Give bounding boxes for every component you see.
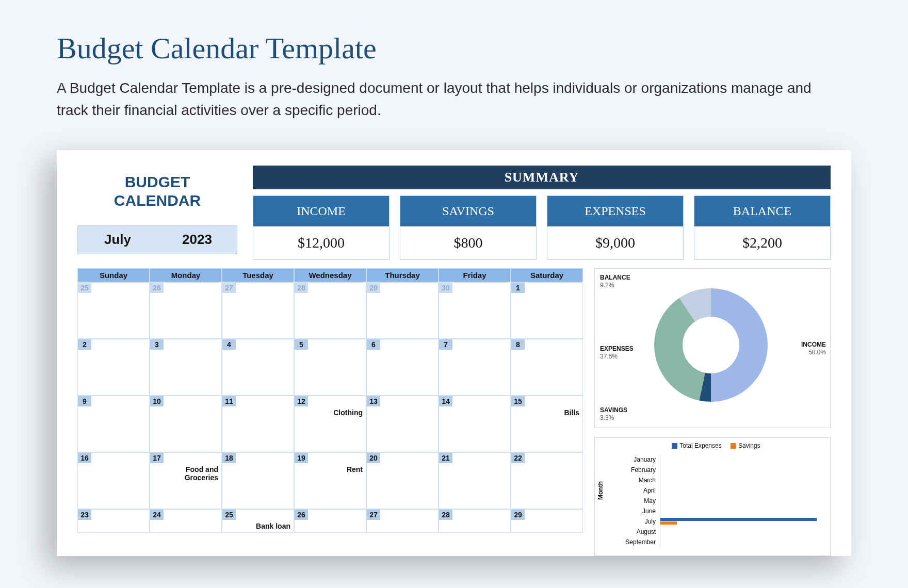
calendar-cell[interactable]: 21 <box>439 452 511 509</box>
legend-swatch-expenses <box>672 443 677 449</box>
calendar-cell[interactable]: 25Bank loan <box>222 509 294 533</box>
day-number: 28 <box>439 510 452 520</box>
calendar-cell[interactable]: 6 <box>366 339 439 396</box>
day-number: 16 <box>78 453 91 463</box>
budget-calendar-label-1: BUDGET <box>125 173 190 190</box>
calendar-cell[interactable]: 15Bills <box>511 396 583 452</box>
calendar-cell[interactable]: 28 <box>294 282 366 339</box>
calendar-cell[interactable]: 22 <box>511 452 583 509</box>
expenses-card-value: $9,000 <box>547 226 683 259</box>
bar-row: March <box>623 475 825 485</box>
savings-card: SAVINGS $800 <box>400 195 537 260</box>
bar-month-label: January <box>623 456 660 463</box>
donut-savings-label: SAVINGS <box>600 406 627 414</box>
calendar-cell[interactable]: 30 <box>439 282 511 339</box>
day-number: 27 <box>367 510 380 520</box>
calendar-cell[interactable]: 27 <box>222 282 294 339</box>
calendar-cell[interactable]: 23 <box>77 509 150 533</box>
day-number: 27 <box>222 283 236 293</box>
day-number: 11 <box>222 396 236 406</box>
expenses-card: EXPENSES $9,000 <box>547 195 684 260</box>
calendar-cell[interactable]: 11 <box>222 396 294 452</box>
donut-balance-label: BALANCE <box>600 274 630 281</box>
day-number: 4 <box>222 339 236 350</box>
day-number: 25 <box>222 510 236 520</box>
calendar-cell[interactable]: 16 <box>77 452 150 509</box>
day-number: 29 <box>511 510 525 520</box>
calendar-cell[interactable]: 27 <box>366 509 439 533</box>
day-number: 15 <box>511 396 525 406</box>
summary-cards: INCOME $12,000 SAVINGS $800 EXPENSES $9,… <box>253 195 831 260</box>
calendar-cell[interactable]: 29 <box>511 509 583 533</box>
calendar-cell[interactable]: 2 <box>77 339 150 396</box>
legend-expenses-label: Total Expenses <box>679 442 721 449</box>
bar-month-label: May <box>623 497 660 504</box>
dow-header: Saturday <box>511 268 583 282</box>
bar-row: February <box>623 465 825 475</box>
budget-calendar-label-2: CALENDAR <box>114 192 201 209</box>
day-number: 3 <box>150 339 164 350</box>
bar-expenses <box>660 518 817 521</box>
day-number: 1 <box>511 283 525 293</box>
day-number: 12 <box>295 396 308 406</box>
dow-header: Tuesday <box>222 268 294 282</box>
calendar-cell[interactable]: 4 <box>222 339 294 396</box>
calendar-cell[interactable]: 26 <box>294 509 366 533</box>
day-number: 2 <box>78 339 91 350</box>
day-number: 22 <box>511 453 525 463</box>
day-number: 8 <box>511 339 525 350</box>
calendar-cell[interactable]: 28 <box>439 509 511 533</box>
balance-card: BALANCE $2,200 <box>694 195 831 260</box>
calendar-event: Bank loan <box>256 522 290 530</box>
bar-chart: Total Expenses Savings Month JanuaryFebr… <box>594 437 831 556</box>
bar-month-label: April <box>623 487 660 494</box>
calendar-cell[interactable]: 29 <box>366 282 439 339</box>
bar-row: September <box>623 537 825 547</box>
bar-month-label: August <box>623 528 660 535</box>
dow-header: Monday <box>150 268 222 282</box>
calendar-cell[interactable]: 12Clothing <box>294 396 366 452</box>
donut-expenses-pct: 37.5% <box>600 353 634 361</box>
calendar-header: BUDGET CALENDAR July 2023 <box>77 166 237 260</box>
day-number: 19 <box>295 453 308 463</box>
year-label: 2023 <box>157 226 237 254</box>
calendar-cell[interactable]: 18 <box>222 452 294 509</box>
month-label: July <box>78 226 157 254</box>
expenses-card-label: EXPENSES <box>547 196 683 226</box>
bar-month-label: June <box>623 508 660 515</box>
day-number: 17 <box>150 453 164 463</box>
calendar-cell[interactable]: 24 <box>150 509 222 533</box>
calendar-event: Rent <box>347 465 363 473</box>
bar-month-label: July <box>623 518 660 525</box>
savings-card-value: $800 <box>400 226 536 259</box>
calendar-cell[interactable]: 19Rent <box>294 452 366 509</box>
calendar-cell[interactable]: 20 <box>366 452 439 509</box>
calendar-cell[interactable]: 26 <box>150 282 222 339</box>
calendar-cell[interactable]: 10 <box>150 396 222 452</box>
donut-expenses-label: EXPENSES <box>600 345 634 352</box>
legend-savings-label: Savings <box>738 442 760 449</box>
month-year-box: July 2023 <box>77 225 237 254</box>
calendar-cell[interactable]: 8 <box>511 339 583 396</box>
savings-card-label: SAVINGS <box>400 196 536 226</box>
day-number: 26 <box>295 510 308 520</box>
balance-card-label: BALANCE <box>694 196 830 226</box>
day-number: 25 <box>78 283 91 293</box>
page-title: Budget Calendar Template <box>57 31 851 66</box>
day-number: 21 <box>439 453 452 463</box>
calendar-grid: SundayMondayTuesdayWednesdayThursdayFrid… <box>77 268 583 556</box>
dow-header: Friday <box>439 268 511 282</box>
donut-svg <box>644 278 778 412</box>
calendar-cell[interactable]: 14 <box>439 396 511 452</box>
calendar-cell[interactable]: 25 <box>77 282 150 339</box>
calendar-cell[interactable]: 7 <box>439 339 511 396</box>
page-description: A Budget Calendar Template is a pre-desi… <box>57 77 841 122</box>
calendar-cell[interactable]: 13 <box>366 396 439 452</box>
bar-month-label: February <box>623 466 660 473</box>
calendar-cell[interactable]: 9 <box>77 396 150 452</box>
calendar-cell[interactable]: 3 <box>150 339 222 396</box>
calendar-cell[interactable]: 5 <box>294 339 366 396</box>
calendar-cell[interactable]: 1 <box>511 282 583 339</box>
calendar-cell[interactable]: 17Food and Groceries <box>150 452 222 509</box>
income-card-label: INCOME <box>253 196 389 226</box>
